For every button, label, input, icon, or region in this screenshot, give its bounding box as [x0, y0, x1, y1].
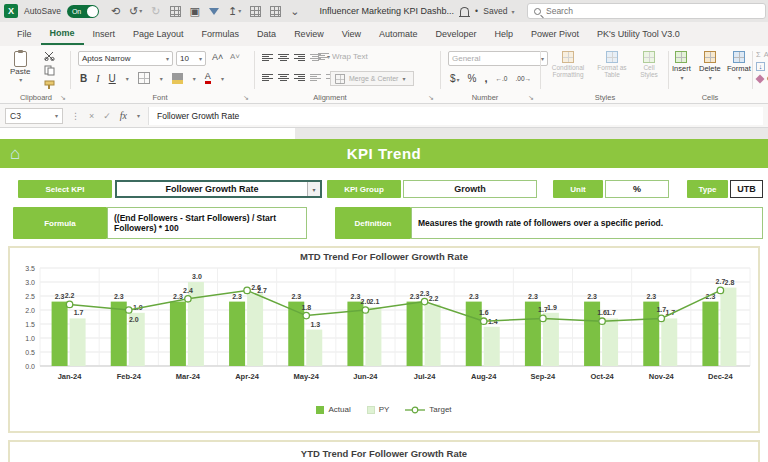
svg-text:2.3: 2.3 [469, 293, 479, 300]
bottom-align-icon[interactable] [294, 53, 305, 62]
formula-input[interactable]: Follower Growth Rate [148, 107, 763, 125]
save-status[interactable]: • Saved▾ [475, 6, 514, 16]
font-size-value: 10 [180, 54, 189, 63]
mtd-chart[interactable]: MTD Trend For Follower Growth Rate 3.53.… [8, 246, 760, 433]
align-left-icon[interactable] [262, 73, 273, 82]
insert-function-icon[interactable]: fx [120, 110, 127, 121]
formula-bar: C3▾ ⋮ × ✓ fx ▾ Follower Growth Rate [0, 104, 768, 128]
tab-page-layout[interactable]: Page Layout [124, 24, 193, 44]
autosum-button[interactable]: ΣAutoSum [756, 50, 768, 59]
svg-text:1.6: 1.6 [597, 309, 607, 316]
font-launcher-icon[interactable]: ↘ [243, 94, 249, 102]
clipboard-group-label: Clipboard [8, 93, 64, 102]
tab-help[interactable]: Help [486, 24, 523, 44]
tab-developer[interactable]: Developer [427, 24, 486, 44]
notification-bell-icon[interactable] [460, 7, 469, 16]
ytd-chart[interactable]: YTD Trend For Follower Growth Rate [8, 440, 760, 462]
font-name-select[interactable]: Aptos Narrow▾ [78, 51, 173, 66]
share-icon[interactable]: ↥▾ [228, 6, 241, 17]
fill-color-icon[interactable] [172, 73, 183, 84]
tab-data[interactable]: Data [248, 24, 285, 44]
underline-button[interactable]: U [109, 73, 116, 84]
delete-cells-button[interactable]: Delete ▾ [699, 51, 721, 81]
wrap-text-button[interactable]: Wrap Text [318, 52, 368, 61]
name-box[interactable]: C3▾ [5, 108, 63, 124]
paste-button[interactable]: Paste ▾ [10, 51, 30, 83]
align-right-icon[interactable] [294, 73, 305, 82]
borders-icon[interactable] [170, 6, 181, 17]
comma-style-button[interactable]: , [484, 72, 487, 84]
decrease-indent-icon[interactable] [310, 73, 321, 82]
enter-icon[interactable]: ✓ [103, 111, 111, 121]
table-icon[interactable] [250, 6, 261, 17]
format-as-table-button[interactable]: Format as Table [592, 51, 632, 79]
tab-insert[interactable]: Insert [84, 24, 125, 44]
conditional-formatting-button[interactable]: Conditional Formatting [546, 51, 590, 79]
tab-home[interactable]: Home [41, 23, 84, 45]
number-launcher-icon[interactable]: ↘ [528, 94, 534, 102]
redo-icon[interactable]: ↻ [151, 6, 160, 17]
excel-app-icon[interactable]: X [4, 4, 18, 18]
type-value: UTB [730, 180, 763, 198]
increase-decimal-icon[interactable]: ←.0 [496, 75, 508, 82]
top-align-icon[interactable] [262, 53, 273, 62]
clear-icon [755, 74, 764, 83]
formula-options-icon[interactable]: ⋮ [71, 111, 80, 121]
percent-button[interactable]: % [468, 73, 477, 84]
fill-button[interactable]: ↓Fill▾ [756, 62, 768, 71]
italic-button[interactable]: I [96, 73, 99, 84]
paste-label: Paste [10, 67, 30, 76]
tab-formulas[interactable]: Formulas [193, 24, 249, 44]
underline-caret-icon[interactable]: ▾ [126, 75, 129, 82]
number-format-select[interactable]: General▾ [448, 51, 548, 66]
format-painter-icon[interactable] [44, 80, 55, 90]
svg-text:3.5: 3.5 [25, 265, 35, 272]
tab-view[interactable]: View [333, 24, 370, 44]
number-format-value: General [452, 54, 480, 63]
align-center-icon[interactable] [278, 73, 289, 82]
qat-overflow-icon[interactable]: ⌄ [290, 6, 299, 17]
cut-icon[interactable] [44, 51, 55, 61]
merge-center-button[interactable]: Merge & Center ▾ [330, 71, 414, 86]
dropdown-arrow-icon[interactable]: ▾ [307, 182, 320, 196]
grow-font-icon[interactable]: A˄ [212, 52, 223, 62]
currency-button[interactable]: $▾ [450, 73, 460, 84]
tab-automate[interactable]: Automate [370, 24, 427, 44]
borders-caret-icon[interactable]: ▾ [160, 75, 163, 82]
svg-text:2.3: 2.3 [232, 293, 242, 300]
cell-styles-button[interactable]: Cell Styles [634, 51, 664, 79]
middle-align-icon[interactable] [278, 53, 289, 62]
search-input[interactable] [546, 6, 759, 16]
format-cells-label: Format [727, 64, 751, 73]
format-cells-button[interactable]: Format ▾ [727, 51, 751, 81]
search-box[interactable] [527, 3, 766, 19]
saved-label: Saved [483, 6, 507, 16]
bold-button[interactable]: B [80, 73, 87, 84]
filter-icon[interactable] [209, 8, 219, 15]
shrink-font-icon[interactable]: A˅ [230, 52, 240, 61]
copy-icon[interactable] [44, 65, 55, 76]
tab-review[interactable]: Review [285, 24, 333, 44]
borders-button[interactable] [138, 72, 150, 84]
insert-cells-button[interactable]: Insert ▾ [672, 51, 691, 81]
document-title[interactable]: Influencer Marketing KPI Dashb... [319, 6, 454, 16]
kpi-dropdown[interactable]: Follower Growth Rate ▾ [115, 180, 322, 198]
font-color-icon[interactable]: A [205, 72, 211, 84]
decrease-decimal-icon[interactable]: .00→ [515, 75, 531, 82]
tab-pk-utility[interactable]: PK's Utility Tool V3.0 [588, 24, 689, 44]
alignment-launcher-icon[interactable]: ↘ [428, 94, 434, 102]
cancel-icon[interactable]: × [89, 111, 94, 121]
clear-button[interactable]: Clear▾ [756, 74, 768, 83]
home-icon[interactable]: ⌂ [10, 144, 20, 164]
undo-icon[interactable]: ↺▾ [129, 6, 142, 17]
save-icon[interactable]: ⟲ [111, 6, 120, 17]
autosave-toggle[interactable]: On [67, 5, 99, 18]
clipboard-launcher-icon[interactable]: ↘ [60, 94, 66, 102]
calc-sheet-icon[interactable] [270, 6, 281, 17]
font-size-select[interactable]: 10▾ [176, 51, 206, 66]
fill-icon: ↓ [756, 62, 765, 71]
picture-icon[interactable]: ▣ [190, 6, 200, 17]
tab-file[interactable]: File [8, 24, 41, 44]
tab-power-pivot[interactable]: Power Pivot [522, 24, 588, 44]
svg-text:Feb-24: Feb-24 [117, 372, 142, 381]
